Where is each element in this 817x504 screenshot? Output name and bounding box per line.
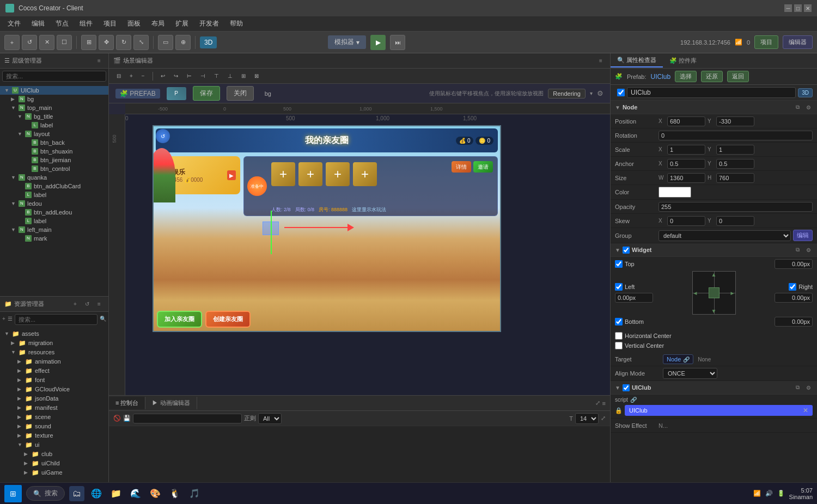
- simulate-button[interactable]: 模拟器 ▾: [328, 35, 366, 49]
- console-expand-btn[interactable]: ⤢: [595, 399, 600, 407]
- opacity-input[interactable]: [659, 202, 813, 212]
- play-button[interactable]: ▶: [370, 35, 386, 50]
- bottom-value-input[interactable]: [775, 317, 813, 327]
- asset-item-assets[interactable]: ▼ 📁 assets: [0, 329, 108, 339]
- assets-add-btn[interactable]: +: [70, 299, 80, 309]
- right-value-input[interactable]: [775, 293, 813, 303]
- taskbar-app-2[interactable]: 🌐: [89, 486, 104, 501]
- left-checkbox[interactable]: [615, 283, 623, 291]
- menu-help[interactable]: 帮助: [224, 17, 248, 30]
- size-h-input[interactable]: [716, 173, 754, 183]
- plus-btn-4[interactable]: +: [353, 162, 377, 186]
- bottom-checkbox[interactable]: [615, 318, 623, 325]
- asset-item-font[interactable]: ▶ 📁 font: [13, 376, 108, 385]
- scene-content-area[interactable]: 我的亲友圈 💰 0 🪙 0: [125, 114, 610, 395]
- node-3d-toggle[interactable]: 3D: [798, 88, 813, 97]
- taskbar-app-6[interactable]: 🐧: [167, 486, 182, 501]
- position-y-input[interactable]: [716, 116, 754, 126]
- step-button[interactable]: ⏭: [390, 35, 405, 50]
- refresh-button[interactable]: ↺: [22, 35, 37, 50]
- tree-item-ledou[interactable]: ▼ N ledou: [7, 199, 108, 208]
- widget-enabled-checkbox[interactable]: [623, 247, 630, 254]
- prefab-restore-btn[interactable]: 还原: [701, 71, 723, 82]
- add-button[interactable]: +: [4, 35, 20, 50]
- tree-item-btn-shuaxin[interactable]: B btn_shuaxin: [20, 147, 108, 156]
- plus-btn-3[interactable]: +: [326, 162, 350, 186]
- tree-item-btn-jiemian[interactable]: B btn_jiemian: [20, 156, 108, 164]
- create-btn[interactable]: 创建亲友圈: [205, 311, 251, 328]
- taskbar-search[interactable]: 🔍 搜索: [26, 486, 65, 501]
- asset-item-manifest[interactable]: ▶ 📁 manifest: [13, 403, 108, 413]
- scale-x-input[interactable]: [667, 145, 705, 155]
- start-button[interactable]: ⊞: [4, 485, 22, 502]
- tree-item-layout[interactable]: ▼ N layout: [13, 130, 108, 138]
- group-edit-btn[interactable]: 编辑: [793, 230, 813, 241]
- tree-item-btn-back[interactable]: B btn_back: [20, 138, 108, 147]
- menu-developer[interactable]: 开发者: [194, 17, 224, 30]
- select-button[interactable]: ☐: [57, 35, 72, 50]
- uiclub-section-header[interactable]: ▼ UIClub ⧉ ⚙: [611, 381, 817, 395]
- align4-btn[interactable]: ⊥: [224, 72, 236, 80]
- asset-item-scene[interactable]: ▶ 📁 scene: [13, 413, 108, 422]
- join-btn[interactable]: 加入亲友圈: [157, 311, 202, 328]
- project-button[interactable]: 项目: [754, 35, 778, 49]
- scale-button[interactable]: ⤡: [133, 35, 149, 50]
- invite-btn[interactable]: 邀请: [473, 161, 493, 173]
- console-menu-btn[interactable]: ≡: [602, 400, 606, 407]
- menu-panel[interactable]: 面板: [122, 17, 146, 30]
- editor-button[interactable]: 编辑器: [783, 35, 813, 49]
- save-prefab-button[interactable]: 保存: [193, 86, 220, 101]
- rotate-button[interactable]: ↻: [116, 35, 131, 50]
- close-tool-button[interactable]: ✕: [39, 35, 54, 50]
- align3-btn[interactable]: ⊤: [211, 72, 222, 80]
- asset-item-uigame[interactable]: ▶ 📁 uiGame: [20, 468, 108, 477]
- asset-item-ui[interactable]: ▼ 📁 ui: [13, 440, 108, 450]
- console-search-input[interactable]: [133, 414, 242, 423]
- filter-select[interactable]: All: [258, 413, 282, 424]
- menu-project[interactable]: 项目: [98, 17, 122, 30]
- console-clear-btn[interactable]: 🚫: [113, 415, 121, 422]
- tree-item-bg-title[interactable]: ▼ N bg_title: [13, 112, 108, 121]
- detail-btn[interactable]: 详情: [452, 161, 471, 173]
- align-mode-select[interactable]: ONCE: [663, 368, 717, 379]
- rotation-input[interactable]: [659, 131, 813, 140]
- menu-edit[interactable]: 编辑: [26, 17, 50, 30]
- node-name-input[interactable]: [627, 87, 796, 98]
- align2-btn[interactable]: ⊣: [197, 72, 209, 80]
- top-value-input[interactable]: [775, 259, 813, 269]
- tree-item-btn-control[interactable]: B btn_control: [20, 164, 108, 173]
- node-section-header[interactable]: ▼ Node ⧉ ⚙: [611, 101, 817, 114]
- hierarchy-menu-btn[interactable]: ≡: [94, 56, 104, 66]
- font-size-select[interactable]: 14: [575, 413, 599, 424]
- node-copy-btn[interactable]: ⧉: [793, 103, 802, 112]
- tree-item-left-main[interactable]: ▼ N left_main: [7, 225, 108, 234]
- center2-btn[interactable]: ⊠: [251, 72, 262, 80]
- scene-menu-btn[interactable]: ≡: [596, 56, 606, 66]
- menu-layout[interactable]: 布局: [146, 17, 170, 30]
- scale-y-input[interactable]: [716, 145, 754, 155]
- asset-item-animation[interactable]: ▶ 📁 animation: [13, 357, 108, 366]
- script-link-icon[interactable]: 🔗: [630, 397, 637, 403]
- script-close-icon[interactable]: ✕: [803, 407, 808, 414]
- zoom-fit-btn[interactable]: ⊟: [113, 72, 124, 80]
- anchor-y-input[interactable]: [716, 159, 754, 169]
- skew-y-input[interactable]: [716, 216, 754, 226]
- taskbar-app-1[interactable]: 🗂: [69, 486, 84, 501]
- scene-settings-btn[interactable]: ⚙: [597, 89, 603, 97]
- widget-section-header[interactable]: ▼ Widget ⧉ ⚙: [611, 243, 817, 257]
- assets-search-input[interactable]: [15, 314, 97, 325]
- tab-animation[interactable]: ▶ 动画编辑器: [145, 397, 197, 409]
- widget-copy-btn[interactable]: ⧉: [793, 245, 802, 254]
- menu-node[interactable]: 节点: [50, 17, 74, 30]
- redo-btn[interactable]: ↪: [170, 72, 181, 80]
- window-controls[interactable]: ─ □ ✕: [784, 4, 812, 12]
- right-checkbox[interactable]: [789, 283, 796, 291]
- asset-item-effect[interactable]: ▶ 📁 effect: [13, 366, 108, 376]
- console-save-log-btn[interactable]: 💾: [123, 415, 131, 422]
- tab-inspector[interactable]: 🔍 属性检查器: [611, 54, 663, 67]
- assets-list-btn[interactable]: ☰: [8, 314, 13, 324]
- v-center-checkbox[interactable]: [615, 342, 623, 349]
- asset-item-migration[interactable]: ▶ 📁 migration: [7, 339, 108, 348]
- tree-item-label3[interactable]: L label: [13, 217, 108, 225]
- close-prefab-button[interactable]: 关闭: [227, 86, 254, 101]
